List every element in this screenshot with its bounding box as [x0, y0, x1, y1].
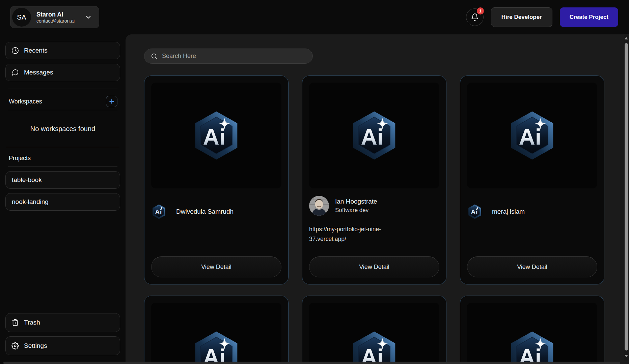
sidebar-item-settings[interactable]: Settings	[5, 336, 120, 355]
account-name: Staron AI	[36, 11, 75, 19]
view-detail-button[interactable]: View Detail	[467, 256, 597, 277]
project-thumbnail	[151, 83, 281, 188]
vertical-scrollbar[interactable]	[624, 34, 629, 361]
project-thumbnail	[467, 83, 597, 188]
plus-icon	[108, 98, 115, 105]
scroll-down-arrow[interactable]	[625, 355, 628, 357]
scroll-up-arrow[interactable]	[625, 37, 628, 39]
horizontal-scrollbar[interactable]	[3, 362, 620, 364]
project-thumbnail	[309, 83, 439, 188]
project-card: Ian Hoogstrate Software dev https://my-p…	[302, 75, 446, 284]
sidebar-item-messages[interactable]: Messages	[5, 64, 120, 81]
avatar: SA	[12, 8, 31, 27]
sidebar-item-recents[interactable]: Recents	[5, 42, 120, 59]
project-thumbnail	[467, 303, 597, 364]
project-card: meraj islam View Detail	[460, 75, 604, 284]
project-url[interactable]: https://my-portfolio-jet-nine-37.vercel.…	[309, 224, 410, 244]
ai-hexagon-avatar	[467, 204, 483, 219]
project-card: Dwivedula Samrudh View Detail	[144, 75, 289, 284]
sidebar-item-project-table-book[interactable]: table-book	[5, 171, 120, 189]
developer-role: Software dev	[335, 207, 377, 214]
topbar: SA Staron AI contact@staron.ai 1 Hire De…	[0, 0, 629, 34]
view-detail-button[interactable]: View Detail	[309, 256, 439, 277]
workspaces-title: Workspaces	[9, 98, 42, 105]
ai-hexagon-logo	[507, 110, 558, 161]
notification-badge: 1	[477, 7, 484, 14]
ai-hexagon-logo	[349, 110, 400, 161]
sidebar-divider	[8, 110, 117, 110]
ai-hexagon-logo	[191, 110, 242, 161]
workspaces-empty-text: No workspaces found	[5, 125, 120, 133]
bell-icon	[471, 13, 479, 21]
sidebar-divider-blue	[6, 147, 119, 147]
sidebar-item-label: Settings	[24, 342, 47, 350]
search-icon	[151, 53, 158, 60]
developer-name: meraj islam	[492, 208, 525, 215]
clock-icon	[11, 47, 19, 54]
trash-icon	[11, 319, 19, 326]
project-grid: Dwivedula Samrudh View Detail Ian Hoogst…	[144, 75, 614, 364]
sidebar-item-label: Recents	[24, 47, 48, 54]
project-card-partial	[144, 296, 289, 364]
search-bar[interactable]	[144, 49, 313, 64]
add-workspace-button[interactable]	[106, 96, 117, 107]
create-project-button[interactable]: Create Project	[560, 7, 618, 27]
developer-name: Dwivedula Samrudh	[176, 208, 234, 215]
developer-name: Ian Hoogstrate	[335, 198, 377, 205]
project-card-partial	[302, 296, 446, 364]
account-switcher[interactable]: SA Staron AI contact@staron.ai	[10, 6, 99, 28]
account-email: contact@staron.ai	[36, 18, 75, 24]
gear-icon	[11, 342, 19, 350]
project-thumbnail	[151, 303, 281, 364]
sidebar-divider	[8, 166, 117, 167]
ai-hexagon-logo	[349, 330, 400, 364]
chevron-down-icon	[85, 13, 92, 21]
project-thumbnail	[309, 303, 439, 364]
sidebar-item-project-nook-landing[interactable]: nook-landing	[5, 193, 120, 211]
view-detail-button[interactable]: View Detail	[151, 256, 281, 277]
notifications-button[interactable]: 1	[466, 8, 484, 26]
ai-hexagon-avatar	[151, 204, 167, 219]
message-icon	[11, 69, 19, 76]
hire-developer-button[interactable]: Hire Developer	[491, 7, 552, 27]
sidebar-item-label: Trash	[24, 319, 40, 326]
developer-photo-avatar	[309, 196, 329, 216]
ai-hexagon-logo	[507, 330, 558, 364]
sidebar-item-label: Messages	[24, 69, 53, 76]
sidebar-divider	[8, 89, 117, 89]
sidebar: Recents Messages Workspaces No workspace…	[0, 34, 126, 364]
projects-title: Projects	[9, 155, 117, 162]
project-card-partial	[460, 296, 604, 364]
search-input[interactable]	[162, 53, 306, 60]
sidebar-item-trash[interactable]: Trash	[5, 313, 120, 332]
main-panel: Dwivedula Samrudh View Detail Ian Hoogst…	[126, 34, 629, 364]
ai-hexagon-logo	[191, 330, 242, 364]
vertical-scrollbar-thumb[interactable]	[625, 43, 628, 351]
